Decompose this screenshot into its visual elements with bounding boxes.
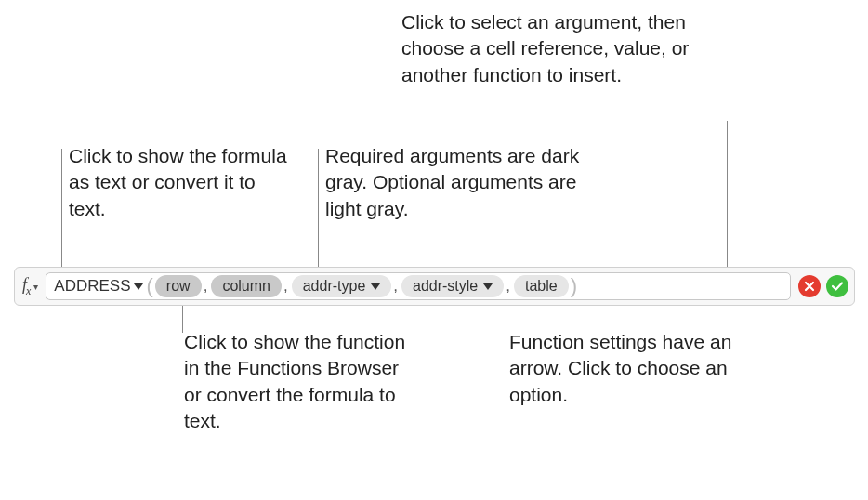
arg-label: addr-type bbox=[303, 278, 366, 295]
formula-actions bbox=[791, 275, 848, 297]
callout-functions-browser: Click to show the function in the Functi… bbox=[184, 329, 416, 434]
cancel-button[interactable] bbox=[798, 275, 821, 297]
arg-separator: , bbox=[282, 277, 292, 296]
leader-line bbox=[61, 149, 62, 270]
arg-addr-style[interactable]: addr-style bbox=[401, 275, 504, 297]
function-name-label: ADDRESS bbox=[54, 277, 130, 296]
fx-menu-button[interactable]: fx ▾ bbox=[22, 275, 46, 298]
arg-table[interactable]: table bbox=[514, 275, 569, 297]
callout-function-settings: Function settings have an arrow. Click t… bbox=[509, 329, 751, 408]
arg-separator: , bbox=[504, 277, 514, 296]
x-icon bbox=[804, 281, 815, 292]
dropdown-triangle-icon bbox=[371, 283, 380, 290]
arg-separator: , bbox=[391, 277, 401, 296]
callout-show-formula-text: Click to show the formula as text or con… bbox=[69, 143, 292, 222]
arg-row[interactable]: row bbox=[155, 275, 202, 297]
close-paren: ) bbox=[569, 274, 579, 298]
check-icon bbox=[831, 281, 844, 292]
open-paren: ( bbox=[145, 274, 155, 298]
arg-column[interactable]: column bbox=[211, 275, 282, 297]
callout-required-optional: Required arguments are dark gray. Option… bbox=[325, 143, 604, 222]
fx-icon: fx bbox=[22, 275, 30, 298]
chevron-down-icon: ▾ bbox=[33, 282, 38, 292]
leader-line bbox=[318, 149, 319, 268]
formula-field[interactable]: ADDRESS ( row , column , addr-type , add… bbox=[46, 272, 791, 300]
formula-editor-bar: fx ▾ ADDRESS ( row , column , addr-type … bbox=[14, 267, 855, 306]
arg-separator: , bbox=[202, 277, 212, 296]
dropdown-triangle-icon bbox=[483, 283, 493, 290]
dropdown-triangle-icon bbox=[134, 283, 143, 290]
arg-label: addr-style bbox=[413, 278, 478, 295]
accept-button[interactable] bbox=[826, 275, 848, 297]
function-name-token[interactable]: ADDRESS bbox=[54, 277, 144, 296]
callout-select-argument: Click to select an argument, then choose… bbox=[401, 9, 727, 88]
arg-addr-type[interactable]: addr-type bbox=[292, 275, 392, 297]
leader-line bbox=[727, 121, 728, 270]
